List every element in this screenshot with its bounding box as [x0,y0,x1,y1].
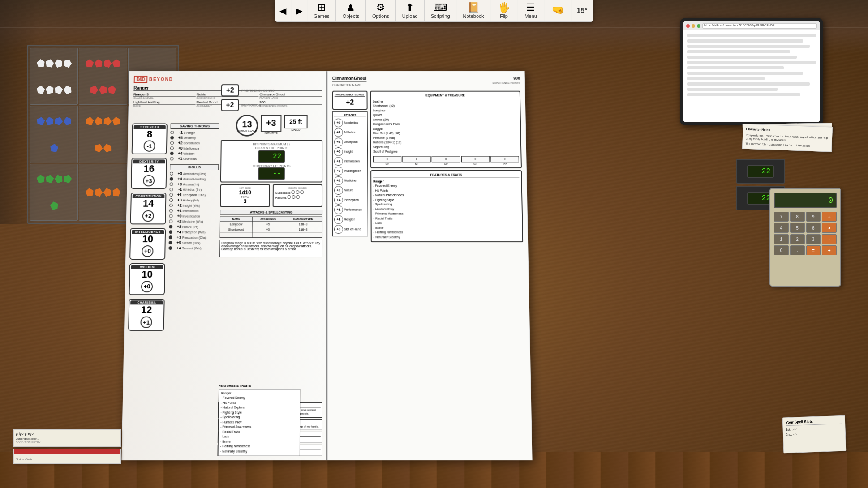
green-die[interactable] [36,175,45,184]
upload-button[interactable]: ⬆ Upload [396,0,425,21]
menu-label: Menu [524,13,537,19]
options-icon: ⚙ [376,3,385,13]
hp-current-display: 22 [258,150,285,163]
orange-die[interactable] [85,188,94,197]
calc-btn-9[interactable]: 9 [806,212,821,222]
calculator[interactable]: 0 7 8 9 ÷ 4 5 6 × 1 2 3 - 0 . = + [769,188,841,287]
red-die[interactable] [98,85,108,94]
calc-btn-2[interactable]: 2 [790,234,805,244]
calc-btn-divide[interactable]: ÷ [822,212,837,222]
dice-cell-orange2[interactable] [79,164,127,221]
dice-cell-red[interactable] [79,48,127,105]
menu-button[interactable]: ☰ Menu [518,0,545,21]
calc-btn-subtract[interactable]: - [822,234,837,244]
calculator-buttons: 7 8 9 ÷ 4 5 6 × 1 2 3 - 0 . = + [774,212,837,255]
back-button[interactable]: ◀ [275,0,291,21]
blue-die[interactable] [45,116,54,125]
weapon-row-empty [220,232,322,238]
calc-btn-1[interactable]: 1 [774,234,789,244]
tablet-content [683,30,820,122]
objects-icon: ♟ [346,3,355,13]
calc-btn-5[interactable]: 5 [790,223,805,233]
hit-dice-total: 3 [223,198,267,205]
orange-die[interactable] [112,116,121,125]
dice-cell-green[interactable] [30,164,78,221]
blue-die[interactable] [63,116,73,126]
dnd-logo: D&D [134,76,147,83]
bottom-papers: grigorgregor Cunning sense of ... CONDIT… [13,429,121,466]
orange-die[interactable] [93,142,104,153]
skill-perception: +4 Perception (Wis) [169,230,218,234]
calc-btn-7[interactable]: 7 [774,212,789,222]
blue-die[interactable] [50,143,59,152]
notebook-button[interactable]: 📔 Notebook [457,0,491,21]
tablet-line [687,88,778,91]
green-die[interactable] [63,174,73,184]
blue-die[interactable] [53,116,64,126]
green-die[interactable] [45,174,54,184]
white-die[interactable] [45,58,54,68]
objects-button[interactable]: ♟ Objects [336,0,366,21]
ability-str: Strength 8 -1 [132,123,168,154]
red-die[interactable] [94,58,103,68]
tablet-line [687,56,797,59]
calc-btn-add[interactable]: + [822,245,837,255]
white-die[interactable] [62,58,73,68]
red-die[interactable] [107,85,116,94]
calc-btn-equals[interactable]: = [806,245,821,255]
orange-die[interactable] [112,188,121,197]
proficiency-bonus-label: Proficiency Bonus [241,89,274,92]
tablet-line [687,93,800,96]
ability-cha: Charisma 12 +1 [128,299,165,331]
orange-die[interactable] [103,116,113,126]
calc-btn-0[interactable]: 0 [774,245,789,255]
calc-btn-4[interactable]: 4 [774,223,789,233]
flip-button[interactable]: 🖐 Flip [491,0,518,21]
red-die[interactable] [85,59,94,68]
white-die[interactable] [62,85,73,95]
toolbar: ◀ ▶ ⊞ Games ♟ Objects ⚙ Options ⬆ Upload… [275,0,593,22]
white-die[interactable] [45,85,54,94]
red-die[interactable] [89,85,99,95]
games-button[interactable]: ⊞ Games [307,0,336,21]
ability-int: Intelligence 10 +0 [129,228,166,260]
blue-die[interactable] [36,116,45,126]
gesture-button[interactable]: 🤜 [545,0,572,21]
tablet-line [687,50,790,53]
calc-btn-3[interactable]: 3 [806,234,821,244]
equipment-list: Leather Shortsword (x2) Longbow Quiver A… [373,99,519,154]
tablet-line [687,45,810,48]
calc-btn-multiply[interactable]: × [822,223,837,233]
white-die[interactable] [54,85,63,94]
calc-btn-8[interactable]: 8 [790,212,805,222]
green-die[interactable] [53,174,64,184]
orange-die[interactable] [103,187,112,197]
dice-cell-orange[interactable] [79,106,127,163]
orange-die[interactable] [85,116,94,125]
red-die[interactable] [112,59,121,68]
inspiration-value: +2 [221,99,239,111]
orange-die[interactable] [103,142,113,153]
white-die[interactable] [36,86,45,94]
options-button[interactable]: ⚙ Options [366,0,396,21]
gesture-icon: 🤜 [552,5,564,15]
calc-btn-6[interactable]: 6 [806,223,821,233]
dice-cell-white[interactable] [30,48,78,105]
calc-btn-decimal[interactable]: . [790,245,805,255]
green-die[interactable] [49,201,59,210]
forward-button[interactable]: ▶ [291,0,307,21]
scripting-button[interactable]: ⌨ Scripting [425,0,457,21]
url-input[interactable]: https://ddb.ac/characters/51505960/pRkGf… [702,23,817,29]
orange-die[interactable] [93,187,103,197]
white-die[interactable] [54,58,64,68]
tablet-device: https://ddb.ac/characters/51505960/pRkGf… [680,18,823,125]
class-level-field: Ranger 3 Class & Level [133,93,196,99]
tablet-line [687,61,816,64]
red-die[interactable] [103,58,112,68]
attacks-section: Attacks & Spellcasting Name Atk Bonus Da… [219,210,322,257]
hp-section: Hit Points Maximum 22 Current Hit Points… [220,140,322,182]
orange-die[interactable] [94,116,103,125]
spell-card-title: Your Spell Slots [786,419,842,426]
dice-cell-blue[interactable] [30,106,78,163]
white-die[interactable] [36,59,45,68]
